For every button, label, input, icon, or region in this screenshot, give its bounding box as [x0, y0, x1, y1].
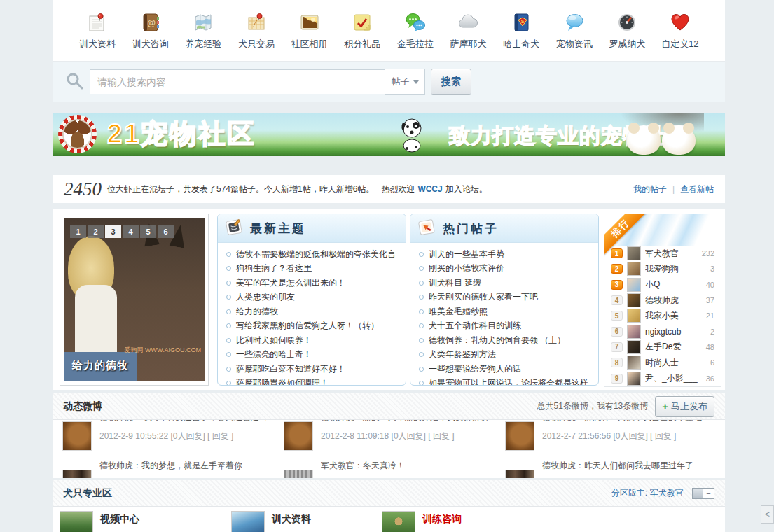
avatar[interactable]	[505, 470, 534, 478]
ranking-row[interactable]: 4德牧帅虎37	[604, 293, 721, 308]
slider-photo[interactable]: 1 2 3 4 5 6 爱狗网 WWW.AIGOU.COM 给力的德牧	[64, 218, 205, 382]
rank-badge: 5	[611, 311, 623, 321]
nav-item-points-gifts[interactable]: 积分礼品	[337, 10, 387, 50]
ranking-row[interactable]: 1军犬教官232	[604, 246, 721, 261]
reply-link[interactable]: [0人回复] [ 回复 ]	[613, 431, 676, 441]
forum-block-title[interactable]: 视频中心	[100, 513, 163, 526]
speech-bubble-icon	[562, 10, 586, 34]
ranking-row[interactable]: 9尹、_小影___36	[604, 370, 721, 386]
nav-item-husky[interactable]: S 哈士奇犬	[496, 10, 546, 50]
gauge-icon	[615, 10, 639, 34]
forum-block-title[interactable]: 训练咨询	[422, 513, 511, 526]
topic-link[interactable]: 如果宠物可以上网说话，论坛将会都是这样	[419, 377, 590, 386]
slider-page-1[interactable]: 1	[70, 225, 86, 238]
topic-link[interactable]: 狗狗生病了？看这里	[226, 262, 397, 276]
slider-page-5[interactable]: 5	[140, 225, 156, 238]
nav-label: 哈士奇犬	[503, 38, 539, 50]
nav-label: 训犬咨询	[132, 38, 169, 50]
ranking-row[interactable]: 7左手De爱48	[604, 340, 721, 355]
slider-page-4[interactable]: 4	[123, 225, 139, 238]
my-posts-link[interactable]: 我的帖子	[633, 183, 667, 195]
topic-link[interactable]: 萨摩耶吃白菜不知道好不好！	[226, 362, 397, 377]
topic-link[interactable]: 德牧不需要极端的贬低和极端的夸张美化言	[226, 247, 397, 262]
topic-link[interactable]: 人类忠实的朋友	[226, 290, 397, 305]
slider-pagination: 1 2 3 4 5 6	[70, 225, 174, 238]
topic-link[interactable]: 犬十五个动作科目的训练	[419, 319, 590, 334]
nav-item-dog-trade[interactable]: 犬只交易	[231, 10, 282, 50]
sidebar-collapse-button[interactable]: <	[761, 505, 774, 524]
avatar	[627, 262, 641, 276]
topic-link[interactable]: 昨天刚买的德牧大家看一下吧	[419, 290, 590, 305]
ranking-row[interactable]: 6ngixgtcub2	[604, 323, 721, 339]
avatar[interactable]	[62, 470, 92, 478]
topic-link[interactable]: 训犬科目 延缓	[419, 276, 590, 290]
nav-label: 积分礼品	[344, 38, 380, 50]
bullet-icon	[226, 367, 231, 372]
new-member-link[interactable]: WCCJ	[417, 184, 442, 194]
plus-icon: +	[662, 401, 668, 412]
search-scope-dropdown[interactable]: 帖子	[385, 69, 425, 95]
topic-link[interactable]: 犬类年龄鉴别方法	[419, 348, 590, 363]
latest-topics-panel: 最新主题 德牧不需要极端的贬低和极端的夸张美化言 狗狗生病了？看这里 美军的军犬…	[217, 214, 406, 386]
slider-page-3-active[interactable]: 3	[105, 225, 121, 238]
publish-button[interactable]: + 马上发布	[655, 396, 714, 417]
nav-item-golden-retriever[interactable]: 金毛拉拉	[390, 10, 441, 50]
view-new-posts-link[interactable]: 查看新帖	[680, 183, 714, 195]
forum-thumbnail[interactable]	[60, 511, 93, 532]
ranking-row[interactable]: 8时尚人士6	[604, 355, 721, 370]
search-input[interactable]	[90, 69, 385, 94]
divider: |	[672, 184, 675, 194]
nav-label: 犬只交易	[238, 38, 275, 50]
site-banner[interactable]: 21宠物社区 致力打造专业的宠物社区	[53, 113, 725, 156]
topic-link[interactable]: 一些漂亮的哈士奇！	[226, 348, 397, 363]
moderator-link[interactable]: 军犬教官	[650, 487, 684, 499]
nav-item-rottweiler[interactable]: 罗威纳犬	[602, 10, 652, 50]
weibo-item: 德牧帅虎：昨天人们都问我去哪里过年了	[499, 460, 721, 478]
topic-link[interactable]: 一些想要说给爱狗人的话	[419, 362, 590, 377]
avatar[interactable]	[62, 421, 92, 451]
reply-link[interactable]: [0人回复] [ 回复 ]	[392, 431, 455, 441]
topic-link[interactable]: 给力的德牧	[226, 304, 397, 319]
topic-link[interactable]: 萨摩耶肠胃炎如何调理！	[226, 377, 397, 386]
weibo-section: 动态微博 总共51条微博，我有13条微博 + 马上发布 德牧帅虎：冬天即将要过去…	[53, 393, 725, 478]
nav-item-dog-training-consult[interactable]: @ 训犬咨询	[125, 10, 176, 50]
bullet-icon	[419, 367, 424, 372]
photo-icon	[298, 10, 322, 34]
avatar	[627, 340, 641, 354]
ranking-row[interactable]: 3小Q40	[604, 277, 721, 293]
slider-page-2[interactable]: 2	[88, 225, 104, 238]
nav-item-pet-news[interactable]: 宠物资讯	[549, 10, 600, 50]
svg-text:@: @	[147, 18, 156, 28]
photo-slider[interactable]: 1 2 3 4 5 6 爱狗网 WWW.AIGOU.COM 给力的德牧	[60, 214, 209, 386]
topic-link[interactable]: 训犬的一些基本手势	[419, 247, 590, 262]
nav-item-dog-training-materials[interactable]: 训犬资料	[72, 10, 123, 50]
ranking-row[interactable]: 2我爱狗狗3	[604, 261, 721, 276]
topic-link[interactable]: 美军的军犬是怎么训出来的！	[226, 276, 397, 290]
rank-badge: 7	[611, 342, 623, 352]
avatar[interactable]	[505, 421, 534, 451]
search-scope-label: 帖子	[392, 76, 410, 88]
forum-thumbnail[interactable]	[231, 511, 265, 532]
nav-item-pet-experience[interactable]: 养宠经验	[178, 10, 228, 50]
nav-item-community-album[interactable]: 社区相册	[284, 10, 335, 50]
reply-link[interactable]: [0人回复] [ 回复 ]	[170, 431, 233, 441]
topic-link[interactable]: 唯美金毛婚纱照	[419, 304, 590, 319]
search-bar: 帖子 搜索	[53, 62, 725, 102]
forum-block-title[interactable]: 训犬资料	[272, 513, 377, 526]
collapse-toggle[interactable]: −	[692, 488, 714, 499]
hot-posts-panel: 热门帖子 训犬的一些基本手势 刚买的小德牧求评价 训犬科目 延缓 昨天刚买的德牧…	[410, 214, 599, 386]
avatar[interactable]	[284, 470, 313, 478]
topic-link[interactable]: 德牧饲养：乳幼犬的饲育要领 （上）	[419, 333, 590, 348]
topic-link[interactable]: 写给我家黑豹的信爱狗之人呀！（转）	[226, 319, 397, 334]
forum-thumbnail[interactable]	[382, 511, 415, 532]
nav-item-custom-12[interactable]: 自定义12	[655, 10, 705, 50]
topic-link[interactable]: 刚买的小德牧求评价	[419, 262, 590, 276]
ranking-row[interactable]: 5我家小美21	[604, 308, 721, 323]
search-button[interactable]: 搜索	[431, 69, 471, 95]
online-count: 2450	[64, 178, 102, 200]
topic-link[interactable]: 比利时犬如何喂养！	[226, 333, 397, 348]
hot-posts-list: 训犬的一些基本手势 刚买的小德牧求评价 训犬科目 延缓 昨天刚买的德牧大家看一下…	[410, 247, 598, 386]
avatar[interactable]	[284, 421, 313, 451]
nav-item-samoyed[interactable]: 萨摩耶犬	[443, 10, 493, 50]
slider-page-6[interactable]: 6	[158, 225, 174, 238]
